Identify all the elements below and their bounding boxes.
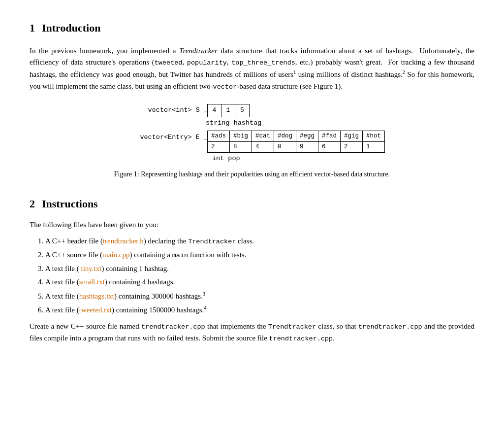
popularity-code: popularity — [187, 59, 227, 67]
entry-cell-egg-p: 9 — [296, 141, 318, 152]
string-hashtag-label: string hashtag — [206, 118, 261, 129]
entry-cell-dog-h: #dog — [274, 131, 296, 141]
entry-cell-ads-h: #ads — [207, 131, 229, 141]
vec-s-cell-1: 1 — [221, 104, 235, 116]
entry-cell-big-p: 8 — [229, 141, 252, 152]
entry-hashtag-row: #ads #big #cat #dog #egg #fad #gig #hot — [207, 131, 384, 141]
file-list: A C++ header file (trendtracker.h) decla… — [45, 236, 474, 316]
top-three-code: top_three_trends — [231, 59, 295, 67]
entry-cell-dog-p: 0 — [274, 141, 296, 152]
entry-pop-row: 2 8 4 0 9 6 2 1 — [207, 141, 384, 152]
entry-cell-hot-p: 1 — [363, 141, 385, 152]
section2-title: Instructions — [42, 196, 98, 212]
tweeted-txt-link[interactable]: tweeted.txt — [79, 306, 112, 314]
sup4: 4 — [204, 305, 206, 310]
trendtracker-class-code: Trendtracker — [188, 238, 236, 245]
list-item-4: A text file (small.txt) containing 4 has… — [45, 276, 474, 288]
trendtracker-h-link[interactable]: trendtracker.h — [103, 237, 144, 245]
hashtags-txt-link[interactable]: hashtags.txt — [79, 292, 114, 300]
vec-s-cells: 4 1 5 — [207, 104, 250, 117]
list-item-6: A text file (tweeted.txt) containing 150… — [45, 304, 474, 316]
vec-s-label: vector<int> S — [119, 105, 203, 116]
entry-table-wrapper: #ads #big #cat #dog #egg #fad #gig #hot … — [207, 131, 385, 165]
section1-title: Introduction — [42, 20, 100, 36]
small-txt-link[interactable]: small.txt — [79, 278, 105, 286]
entry-cell-cat-p: 4 — [252, 141, 274, 152]
tiny-txt-link[interactable]: tiny.txt — [81, 265, 101, 272]
vec-s-cell-0: 4 — [208, 104, 221, 116]
sup2: 2 — [403, 69, 405, 75]
entry-table: #ads #big #cat #dog #egg #fad #gig #hot … — [207, 131, 385, 153]
list-item-5: A text file (hashtags.txt) containing 30… — [45, 290, 474, 302]
vec-s-row: vector<int> S – 4 1 5 — [119, 104, 385, 117]
tweeted-code: tweeted — [155, 59, 183, 67]
main-code: main — [172, 252, 188, 259]
str-label-row: string hashtag — [119, 118, 385, 130]
entry-cell-egg-h: #egg — [296, 131, 318, 141]
sup1: 1 — [293, 69, 296, 75]
int-pop-label: int pop — [207, 154, 385, 164]
figure-caption-prefix: Figure 1: — [114, 170, 139, 178]
diagram: vector<int> S – 4 1 5 string hashtag vec… — [119, 104, 385, 165]
entry-cell-ads-p: 2 — [207, 141, 229, 152]
section2-heading: 2 Instructions — [30, 196, 474, 212]
vec-e-row: vector<Entry> E – #ads #big #cat #dog #e… — [119, 131, 385, 165]
list-item-2: A C++ source file (main.cpp) containing … — [45, 249, 474, 261]
trendtracker-cpp-code3: trendtracker.cpp — [269, 335, 333, 342]
entry-cell-hot-h: #hot — [363, 131, 385, 141]
trendtracker-cpp-code1: trendtracker.cpp — [141, 323, 205, 331]
entry-cell-cat-h: #cat — [252, 131, 274, 141]
vec-s-cell-2: 5 — [235, 104, 249, 116]
e-arrow: – — [204, 131, 207, 144]
s-arrow: – — [204, 105, 207, 116]
closing-paragraph: Create a new C++ source file named trend… — [30, 321, 474, 344]
entry-cell-gig-h: #gig — [341, 131, 363, 141]
trendtracker-italic: Trendtracker — [179, 47, 218, 55]
main-cpp-link[interactable]: main.cpp — [102, 251, 129, 259]
figure-area: vector<int> S – 4 1 5 string hashtag vec… — [30, 104, 474, 165]
entry-cell-big-h: #big — [229, 131, 252, 141]
entry-cell-fad-h: #fad — [318, 131, 341, 141]
sup3: 3 — [203, 291, 205, 297]
trendtracker-cpp-code2: trendtracker.cpp — [358, 323, 422, 331]
intro-paragraph: In the previous homework, you implemente… — [30, 45, 474, 92]
trendtracker-class-code2: Trendtracker — [268, 323, 316, 331]
section2-intro: The following files have been given to y… — [30, 219, 474, 231]
section2-number: 2 — [30, 196, 35, 212]
section1-number: 1 — [30, 20, 35, 36]
section1-heading: 1 Introduction — [30, 20, 474, 36]
figure-caption: Figure 1: Representing hashtags and thei… — [30, 169, 474, 180]
entry-cell-gig-p: 2 — [341, 141, 363, 152]
entry-cell-fad-p: 6 — [318, 141, 341, 152]
list-item-1: A C++ header file (trendtracker.h) decla… — [45, 236, 474, 247]
figure-caption-text: Representing hashtags and their populari… — [141, 170, 390, 178]
vec-e-label: vector<Entry> E — [119, 131, 203, 143]
list-item-3: A text file ( tiny.txt) containing 1 has… — [45, 263, 474, 274]
vector-code: vector — [213, 83, 237, 91]
